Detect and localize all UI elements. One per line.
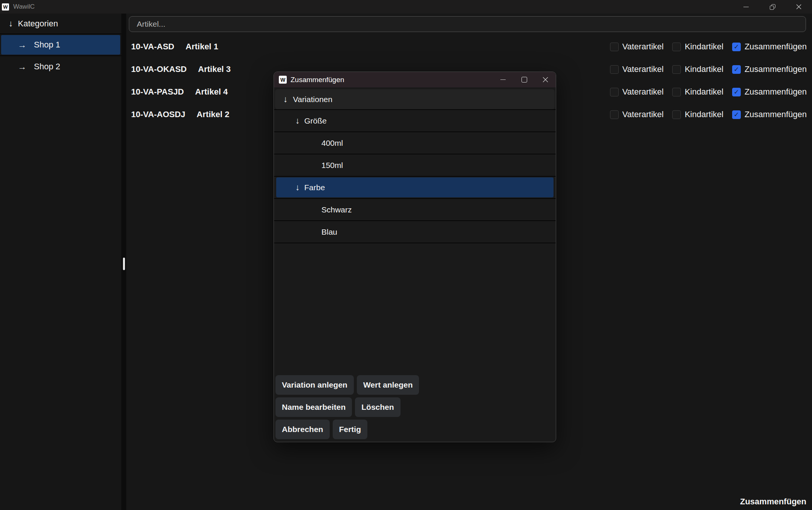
vaterartikel-label: Vaterartikel <box>622 110 664 119</box>
zusammenfuegen-checkbox[interactable]: ✓ <box>732 65 741 74</box>
kindartikel-checkbox-group: Kindartikel <box>672 110 723 119</box>
tree-item-label: 400ml <box>321 139 343 148</box>
article-code: 10-VA-ASD <box>131 42 174 52</box>
kindartikel-label: Kindartikel <box>685 64 723 74</box>
arrow-right-icon: → <box>18 63 26 71</box>
vaterartikel-label: Vaterartikel <box>622 42 664 52</box>
tree-item-label: 150ml <box>321 161 343 170</box>
sidebar-header-kategorien[interactable]: ↓ Kategorien <box>0 14 121 34</box>
search-input[interactable] <box>129 16 806 32</box>
kindartikel-checkbox-group: Kindartikel <box>672 87 723 97</box>
dialog-title: Zusammenfügen <box>291 76 344 84</box>
kindartikel-checkbox[interactable] <box>672 88 681 96</box>
dialog-minimize-button[interactable] <box>492 72 514 87</box>
variation-tree: ↓ Variationen ↓ Größe 400ml 150ml ↓ <box>274 89 556 243</box>
vaterartikel-checkbox-group: Vaterartikel <box>610 64 664 74</box>
variation-anlegen-button[interactable]: Variation anlegen <box>275 375 354 395</box>
loeschen-button[interactable]: Löschen <box>355 397 400 417</box>
kindartikel-label: Kindartikel <box>685 42 723 52</box>
abbrechen-button[interactable]: Abbrechen <box>275 420 330 439</box>
kindartikel-checkbox[interactable] <box>672 43 681 51</box>
splitter-handle[interactable] <box>123 258 125 270</box>
zusammenfuegen-checkbox[interactable]: ✓ <box>732 43 741 51</box>
kindartikel-checkbox-group: Kindartikel <box>672 64 723 74</box>
article-code: 10-VA-PASJD <box>131 87 184 97</box>
app-icon: W <box>2 3 9 11</box>
zusammenfuegen-checkbox[interactable]: ✓ <box>732 110 741 119</box>
window-controls <box>733 0 812 14</box>
sidebar-item-shop-1[interactable]: → Shop 1 <box>0 34 121 55</box>
maximize-icon <box>521 77 527 82</box>
tree-item-groesse[interactable]: ↓ Größe <box>274 110 556 131</box>
kindartikel-checkbox[interactable] <box>672 110 681 119</box>
dialog-button-area: Variation anlegen Wert anlegen Name bear… <box>275 375 419 439</box>
close-button[interactable] <box>786 0 812 14</box>
article-name: Artikel 1 <box>186 42 219 52</box>
zusammenfuegen-checkbox[interactable]: ✓ <box>732 88 741 96</box>
kindartikel-checkbox[interactable] <box>672 65 681 74</box>
tree-item-blau[interactable]: Blau <box>274 221 556 243</box>
sidebar-splitter <box>121 14 126 510</box>
kindartikel-label: Kindartikel <box>685 110 723 119</box>
restore-button[interactable] <box>759 0 786 14</box>
close-icon <box>542 76 549 83</box>
tree-item-variationen[interactable]: ↓ Variationen <box>275 89 555 109</box>
tree-item-schwarz[interactable]: Schwarz <box>274 199 556 220</box>
name-bearbeiten-button[interactable]: Name bearbeiten <box>275 397 352 417</box>
tree-item-label: Farbe <box>304 183 325 192</box>
window-title: WawilC <box>13 3 35 11</box>
arrow-right-icon: → <box>18 41 26 49</box>
tree-item-farbe[interactable]: ↓ Farbe <box>274 177 556 198</box>
vaterartikel-label: Vaterartikel <box>622 64 664 74</box>
tree-item-label: Blau <box>321 228 337 237</box>
window-titlebar: W WawilC <box>0 0 812 14</box>
zusammenfuegen-label: Zusammenfügen <box>745 64 807 74</box>
kindartikel-checkbox-group: Kindartikel <box>672 42 723 52</box>
sidebar-header-label: Kategorien <box>18 19 58 29</box>
minimize-icon <box>500 79 506 80</box>
wert-anlegen-button[interactable]: Wert anlegen <box>357 375 419 395</box>
sidebar-item-label: Shop 2 <box>34 62 60 72</box>
article-name: Artikel 3 <box>198 64 231 74</box>
minimize-icon <box>743 7 749 7</box>
arrow-down-icon: ↓ <box>295 183 300 192</box>
vaterartikel-checkbox[interactable] <box>610 65 619 74</box>
dialog-window-controls <box>492 72 556 87</box>
tree-item-150ml[interactable]: 150ml <box>274 154 556 176</box>
close-icon <box>796 4 802 10</box>
checkbox-group: Vaterartikel Kindartikel ✓ Zusammenfügen <box>610 110 807 119</box>
tree-item-label: Größe <box>304 116 327 125</box>
article-row[interactable]: 10-VA-ASD Artikel 1 Vaterartikel Kindart… <box>126 35 812 58</box>
zusammenfuegen-checkbox-group: ✓ Zusammenfügen <box>732 64 807 74</box>
article-name: Artikel 2 <box>197 110 229 119</box>
dialog-titlebar: W Zusammenfügen <box>274 72 556 87</box>
arrow-down-icon: ↓ <box>283 95 288 104</box>
fertig-button[interactable]: Fertig <box>333 420 367 439</box>
zusammenfuegen-label: Zusammenfügen <box>745 110 807 119</box>
dialog-close-button[interactable] <box>535 72 556 87</box>
dialog-maximize-button[interactable] <box>514 72 535 87</box>
dialog-app-icon: W <box>279 76 287 84</box>
vaterartikel-label: Vaterartikel <box>622 87 664 97</box>
minimize-button[interactable] <box>733 0 759 14</box>
vaterartikel-checkbox-group: Vaterartikel <box>610 42 664 52</box>
article-name: Artikel 4 <box>195 87 228 97</box>
tree-item-label: Schwarz <box>321 205 352 214</box>
article-code: 10-VA-AOSDJ <box>131 110 185 119</box>
zusammenfuegen-checkbox-group: ✓ Zusammenfügen <box>732 87 807 97</box>
sidebar-item-shop-2[interactable]: → Shop 2 <box>0 56 121 77</box>
zusammenfuegen-dialog: W Zusammenfügen ↓ Variationen ↓ Größe <box>274 72 556 442</box>
zusammenfuegen-checkbox-group: ✓ Zusammenfügen <box>732 42 807 52</box>
zusammenfuegen-label: Zusammenfügen <box>745 87 807 97</box>
tree-item-400ml[interactable]: 400ml <box>274 132 556 154</box>
vaterartikel-checkbox[interactable] <box>610 43 619 51</box>
zusammenfuegen-action[interactable]: Zusammenfügen <box>740 497 806 507</box>
sidebar: ↓ Kategorien → Shop 1 → Shop 2 <box>0 14 121 510</box>
vaterartikel-checkbox[interactable] <box>610 110 619 119</box>
divider <box>274 243 556 243</box>
checkbox-group: Vaterartikel Kindartikel ✓ Zusammenfügen <box>610 42 807 52</box>
article-code: 10-VA-OKASD <box>131 64 187 74</box>
vaterartikel-checkbox[interactable] <box>610 88 619 96</box>
checkbox-group: Vaterartikel Kindartikel ✓ Zusammenfügen <box>610 64 807 74</box>
vaterartikel-checkbox-group: Vaterartikel <box>610 110 664 119</box>
